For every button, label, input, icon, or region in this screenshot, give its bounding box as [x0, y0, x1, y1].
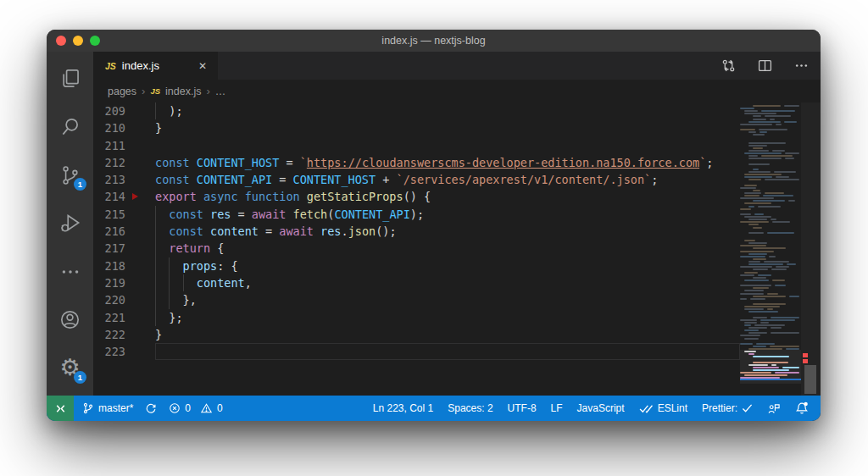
code-line[interactable]: 217 return { [93, 240, 740, 257]
gutter [125, 291, 155, 308]
remote-icon [54, 402, 67, 415]
gutter [125, 137, 155, 154]
line-number: 213 [93, 171, 125, 188]
account-icon[interactable] [47, 301, 93, 339]
problems-status[interactable]: 0 0 [169, 402, 222, 414]
gutter [125, 223, 155, 240]
breadcrumb-file[interactable]: index.js [165, 86, 201, 97]
chevron-right-icon: › [142, 85, 145, 97]
vscode-window: index.js — nextjs-blog [47, 30, 821, 421]
double-check-icon [639, 403, 654, 414]
split-editor-icon[interactable] [758, 58, 772, 73]
code-line[interactable]: 213const CONTENT_API = CONTENT_HOST + `/… [93, 171, 740, 188]
line-number: 221 [93, 309, 125, 326]
gutter [125, 309, 155, 326]
code-editor[interactable]: 209 );210}211212const CONTENT_HOST = `ht… [93, 102, 740, 396]
branch-status[interactable]: master* [82, 402, 133, 414]
ellipsis-icon [59, 261, 81, 283]
more-actions-icon[interactable] [794, 58, 809, 73]
chevron-right-icon: › [206, 85, 209, 97]
error-icon [169, 402, 181, 414]
language-mode[interactable]: JavaScript [577, 402, 625, 414]
activity-bar: 1 [47, 52, 93, 396]
line-number: 209 [93, 102, 125, 119]
tab-indexjs[interactable]: JS index.js ✕ [93, 52, 218, 80]
encoding-status[interactable]: UTF-8 [508, 402, 537, 414]
close-window-button[interactable] [56, 36, 66, 46]
javascript-file-icon: JS [150, 86, 160, 96]
person-circle-icon [58, 308, 81, 331]
prettier-label: Prettier: [702, 402, 737, 414]
code-line[interactable]: 220 }, [93, 291, 740, 308]
code-line[interactable]: 218 props: { [93, 257, 740, 274]
line-number: 218 [93, 257, 125, 274]
minimize-window-button[interactable] [73, 36, 83, 46]
code-line[interactable]: 214export async function getStaticProps(… [93, 188, 740, 205]
code-line[interactable]: 210} [93, 119, 740, 136]
error-decoration [803, 359, 808, 363]
code-line[interactable]: 211 [93, 137, 740, 154]
scm-badge: 1 [74, 178, 86, 191]
breadcrumb-symbol[interactable]: … [215, 86, 226, 97]
open-changes-icon[interactable] [721, 58, 736, 73]
code-line[interactable]: 209 ); [93, 102, 740, 119]
code-line[interactable]: 215 const res = await fetch(CONTENT_API)… [93, 206, 740, 223]
breadcrumb: pages › JS index.js › … [93, 80, 821, 102]
remote-indicator[interactable] [47, 396, 74, 421]
eol-status[interactable]: LF [551, 402, 563, 414]
settings-badge: 1 [74, 371, 86, 384]
code-line[interactable]: 212const CONTENT_HOST = `https://cloudan… [93, 154, 740, 171]
traffic-lights [56, 36, 100, 46]
code-line[interactable]: 222} [93, 326, 740, 343]
line-number: 220 [93, 291, 125, 308]
cursor-position[interactable]: Ln 223, Col 1 [373, 402, 433, 414]
vertical-scrollbar[interactable] [804, 365, 816, 394]
gutter [125, 154, 155, 171]
indentation-status[interactable]: Spaces: 2 [448, 402, 492, 414]
prettier-status[interactable]: Prettier: [702, 402, 753, 414]
notifications-button[interactable] [795, 401, 809, 415]
error-count: 0 [185, 402, 191, 414]
play-bug-icon [58, 212, 81, 235]
bell-icon [795, 401, 809, 415]
gutter [125, 240, 155, 257]
feedback-button[interactable] [767, 402, 781, 415]
line-number: 212 [93, 154, 125, 171]
magnifier-icon [59, 116, 81, 138]
branch-name: master* [98, 402, 133, 414]
feedback-icon [767, 402, 781, 415]
window-title: index.js — nextjs-blog [47, 35, 821, 47]
code-line[interactable]: 216 const content = await res.json(); [93, 223, 740, 240]
breadcrumb-folder[interactable]: pages [108, 86, 136, 97]
gutter [125, 343, 155, 360]
error-decoration [803, 353, 808, 357]
tab-close-icon[interactable]: ✕ [196, 58, 209, 74]
eslint-status[interactable]: ESLint [639, 402, 687, 414]
gutter [125, 326, 155, 343]
gutter [125, 206, 155, 223]
source-control-icon[interactable]: 1 [47, 156, 93, 194]
code-line[interactable]: 219 content, [93, 274, 740, 291]
line-number: 210 [93, 119, 125, 136]
run-debug-icon[interactable] [47, 204, 93, 242]
notification-dot [804, 402, 807, 406]
code-line[interactable]: 223 [93, 343, 740, 360]
git-branch-icon [82, 402, 94, 414]
settings-icon[interactable]: ⚙ 1 [47, 349, 93, 387]
tab-bar: JS index.js ✕ [93, 52, 821, 80]
code-line[interactable]: 221 }; [93, 309, 740, 326]
minimap[interactable] [740, 102, 801, 396]
explorer-icon[interactable] [47, 59, 93, 97]
search-icon[interactable] [47, 108, 93, 146]
more-views-icon[interactable] [47, 252, 93, 291]
code-lines: 209 );210}211212const CONTENT_HOST = `ht… [93, 102, 740, 360]
warning-icon [200, 402, 213, 414]
zoom-window-button[interactable] [90, 36, 100, 46]
sync-button[interactable] [145, 402, 157, 414]
line-number: 211 [93, 137, 125, 154]
tab-label: index.js [122, 59, 190, 72]
eslint-label: ESLint [658, 402, 687, 414]
line-number: 222 [93, 326, 125, 343]
warning-count: 0 [217, 402, 223, 414]
gutter [125, 102, 155, 119]
